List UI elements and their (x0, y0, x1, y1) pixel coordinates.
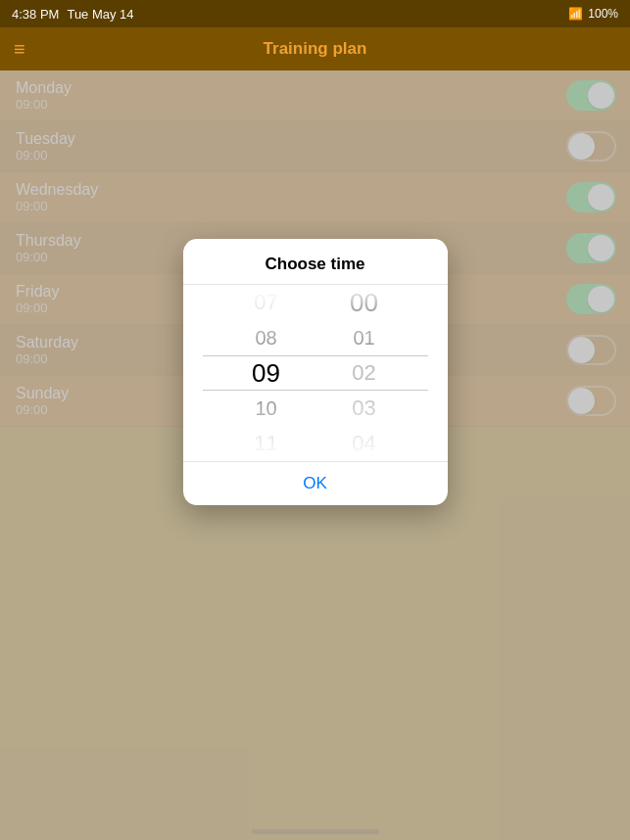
app-header: ≡ Training plan (0, 27, 630, 70)
hour-item[interactable]: 09 (218, 355, 315, 391)
hour-item[interactable]: 11 (218, 426, 315, 461)
menu-icon[interactable]: ≡ (14, 38, 25, 61)
minute-item[interactable]: 03 (315, 391, 413, 426)
minute-item[interactable]: 00 (315, 285, 413, 320)
picker-container[interactable]: 050607080910111213 0001020304 (183, 285, 448, 461)
hour-item[interactable]: 07 (218, 285, 315, 320)
status-bar: 4:38 PM Tue May 14 📶 100% (0, 0, 630, 27)
modal-title: Choose time (183, 239, 448, 285)
minute-item[interactable]: 02 (315, 355, 413, 391)
battery-icon: 100% (588, 7, 618, 21)
page-title: Training plan (264, 39, 367, 59)
minute-item[interactable]: 01 (315, 320, 413, 355)
status-icons: 📶 100% (568, 7, 618, 21)
ok-button[interactable]: OK (183, 461, 448, 505)
minute-item[interactable]: 04 (315, 426, 413, 461)
minutes-column[interactable]: 0001020304 (315, 285, 413, 461)
hour-item[interactable]: 08 (218, 320, 315, 355)
hours-column[interactable]: 050607080910111213 (218, 285, 315, 461)
hour-item[interactable]: 10 (218, 391, 315, 426)
status-time: 4:38 PM (12, 7, 59, 22)
wifi-icon: 📶 (568, 7, 583, 21)
time-picker-modal: Choose time 050607080910111213 000102030… (183, 239, 448, 505)
status-date: Tue May 14 (67, 7, 133, 22)
ok-label: OK (303, 474, 327, 492)
